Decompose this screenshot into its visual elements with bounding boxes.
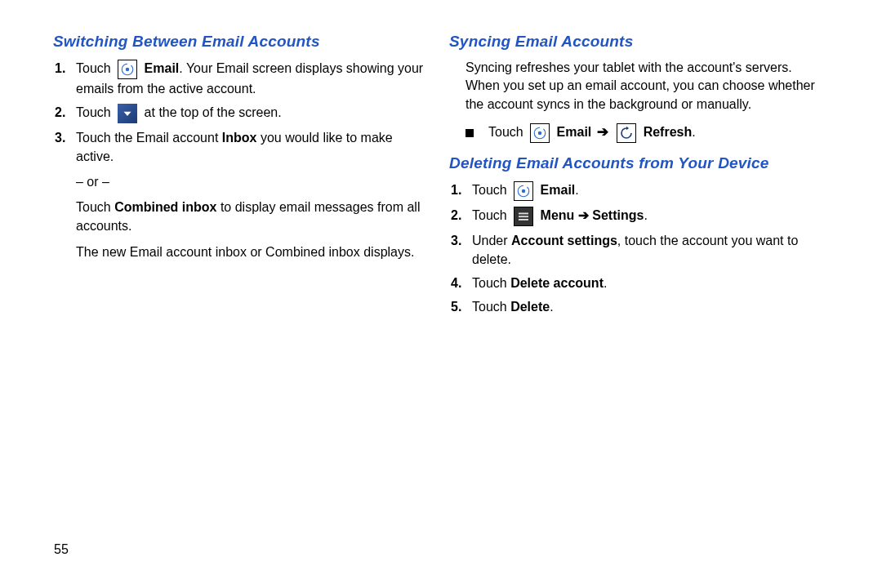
email-icon	[118, 60, 137, 79]
settings-label: Settings	[592, 208, 644, 222]
text: Touch the Email account	[76, 131, 222, 145]
text: .	[604, 276, 607, 290]
email-label: Email	[557, 125, 592, 139]
or-line: – or –	[76, 172, 425, 191]
text: Under	[472, 234, 511, 247]
text: Touch	[472, 300, 510, 314]
text: .	[644, 208, 647, 222]
step-2: Touch at the top of the screen.	[76, 103, 425, 123]
menu-label: Menu	[541, 208, 575, 222]
combined-inbox-label: Combined inbox	[114, 200, 216, 214]
dstep-5: Touch Delete.	[472, 297, 821, 316]
dstep-3: Under Account settings, touch the accoun…	[472, 231, 821, 269]
delete-account-label: Delete account	[510, 276, 604, 290]
text: Touch	[472, 276, 510, 290]
text: Touch	[76, 61, 114, 75]
email-label: Email	[145, 61, 180, 75]
text: .	[550, 300, 553, 314]
text: at the top of the screen.	[145, 105, 282, 119]
menu-icon	[514, 207, 533, 226]
delete-label: Delete	[510, 300, 550, 314]
refresh-icon	[617, 123, 636, 143]
svg-rect-4	[519, 216, 528, 217]
refresh-label: Refresh	[644, 125, 693, 139]
svg-point-0	[126, 68, 130, 72]
svg-point-2	[522, 189, 526, 194]
inbox-label: Inbox	[222, 131, 257, 145]
bullet-icon	[466, 129, 474, 137]
combined-line: Touch Combined inbox to display email me…	[76, 198, 425, 235]
heading-syncing: Syncing Email Accounts	[449, 33, 821, 51]
right-column: Syncing Email Accounts Syncing refreshes…	[449, 33, 821, 321]
text: Touch	[472, 183, 510, 197]
result-line: The new Email account inbox or Combined …	[76, 243, 425, 261]
account-settings-label: Account settings	[511, 234, 617, 247]
text: Touch	[488, 125, 527, 139]
email-label: Email	[541, 183, 576, 197]
dstep-4: Touch Delete account.	[472, 274, 821, 292]
text: .	[692, 125, 695, 139]
dstep-2: Touch Menu ➔ Settings.	[472, 206, 821, 226]
svg-point-1	[538, 131, 542, 136]
page-number: 55	[54, 542, 69, 557]
svg-rect-3	[519, 212, 528, 214]
heading-deleting: Deleting Email Accounts from Your Device	[449, 154, 821, 172]
email-icon	[514, 181, 533, 201]
arrow-icon: ➔	[574, 208, 592, 222]
email-icon	[530, 123, 550, 143]
steps-deleting: Touch Email. Touch Menu ➔ Settings. Unde…	[449, 180, 821, 316]
text: Touch	[76, 200, 114, 214]
step-3: Touch the Email account Inbox you would …	[76, 128, 425, 261]
text: Touch	[76, 105, 114, 119]
heading-switching: Switching Between Email Accounts	[53, 33, 425, 51]
text: .	[575, 183, 578, 197]
step-1: Touch Email. Your Email screen displays …	[76, 59, 425, 98]
steps-switching: Touch Email. Your Email screen displays …	[53, 59, 425, 261]
svg-rect-5	[519, 219, 528, 220]
arrow-icon: ➔	[597, 124, 608, 140]
syncing-intro: Syncing refreshes your tablet with the a…	[466, 59, 821, 114]
sync-bullet: Touch Email ➔ Refresh.	[466, 123, 821, 143]
bullet-content: Touch Email ➔ Refresh.	[488, 123, 696, 143]
left-column: Switching Between Email Accounts Touch E…	[53, 33, 425, 321]
text: Touch	[472, 208, 510, 222]
dropdown-icon	[118, 104, 137, 123]
dstep-1: Touch Email.	[472, 180, 821, 201]
